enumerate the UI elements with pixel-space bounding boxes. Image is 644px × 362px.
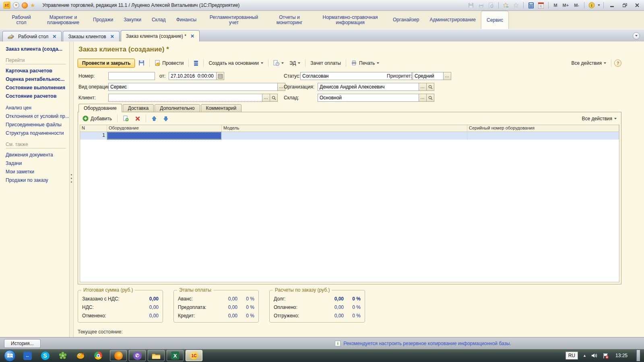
preview-icon[interactable] [487,2,495,9]
main-menu-button[interactable] [13,2,19,8]
date-input[interactable] [169,72,217,80]
cell-equipment-selected[interactable] [107,132,222,140]
reports-button[interactable] [271,59,286,67]
print-icon[interactable] [477,2,485,9]
post-button[interactable]: Провести [153,59,186,67]
client-search-button[interactable] [270,94,278,102]
backup-message[interactable]: Рекомендуется настроить резервное копиро… [343,341,511,346]
calculator-icon[interactable] [527,2,535,9]
save-icon[interactable] [467,2,475,9]
xnview-icon[interactable] [76,351,85,360]
tab-comment[interactable]: Комментарий [201,104,242,112]
tab-client-orders[interactable]: Заказы клиентов ✕ [63,31,119,41]
teamviewer-icon[interactable]: ↔ [23,351,32,360]
tab-desktop[interactable]: Рабочий стол ✕ [2,31,62,41]
client-select-button[interactable]: ... [262,94,270,102]
calendar-icon[interactable]: 31 [537,2,545,9]
save-button[interactable] [136,59,147,67]
history-button[interactable]: История... [4,339,41,348]
sidebar-item-settlement-card[interactable]: Карточка расчетов [6,67,67,75]
explorer-taskbar-button[interactable] [148,350,165,361]
cell-model[interactable] [222,132,467,140]
sidebar-item-sales-by-order[interactable]: Продажи по заказу [6,176,67,185]
movements-button[interactable] [192,60,200,67]
warehouse-select-button[interactable]: ... [419,94,427,102]
tab-delivery[interactable]: Доставка [123,104,154,112]
insert-row-button[interactable] [121,115,131,122]
memory-m-plus-button[interactable]: M+ [561,3,571,8]
print-button[interactable]: Печать [349,60,381,67]
warehouse-input[interactable] [318,94,419,102]
warehouse-search-button[interactable] [427,94,434,102]
tab-additional[interactable]: Дополнительно [155,104,200,112]
firefox-taskbar-button[interactable] [110,350,127,361]
tab-equipment[interactable]: Оборудование [78,104,122,112]
sidebar-doc-title[interactable]: Заказ клиента (созда... [6,46,67,52]
1c-taskbar-button[interactable]: 1С [186,350,202,361]
section-service[interactable]: Сервис [481,11,509,29]
tab-close-icon[interactable]: ✕ [190,33,194,39]
tab-client-order-new[interactable]: Заказ клиента (создание) * ✕ [121,30,200,41]
sidebar-item-attached-files[interactable]: Присоединенные файлы [6,121,67,129]
tab-list-button[interactable] [633,32,640,39]
sidebar-item-subordination[interactable]: Структура подчиненности [6,129,67,138]
all-actions-button[interactable]: Все действия [570,60,608,67]
memory-m-button[interactable]: M [552,3,559,8]
taskbar-clock[interactable]: 13:25 [615,353,627,358]
section-warehouse[interactable]: Склад [147,11,171,29]
section-reports[interactable]: Отчеты и мониторинг [266,11,313,29]
cell-serial[interactable] [467,132,619,140]
sidebar-item-deviations[interactable]: Отклонения от условий пр... [6,112,67,121]
delete-row-button[interactable] [133,115,142,122]
section-purchases[interactable]: Закупки [118,11,147,29]
start-button[interactable] [4,350,16,362]
action-center-flag-icon[interactable] [603,353,609,359]
language-indicator[interactable]: RU [566,352,578,360]
show-desktop-button[interactable] [636,350,640,361]
sidebar-splitter[interactable] [69,41,74,337]
operation-input[interactable] [108,83,278,91]
close-button[interactable] [632,2,642,9]
section-sales[interactable]: Продажи [88,11,118,29]
post-and-close-button[interactable]: Провести и закрыть [78,59,135,68]
priority-select-button[interactable]: ... [444,72,451,80]
skype-icon[interactable]: S [41,351,50,360]
sidebar-item-price-analysis[interactable]: Анализ цен [6,104,67,112]
create-based-button[interactable]: Создать на основании [206,60,265,67]
sidebar-item-profitability[interactable]: Оценка рентабельнос... [6,75,67,84]
grid-all-actions-button[interactable]: Все действия [580,115,619,122]
excel-taskbar-button[interactable]: X [167,350,184,361]
section-administration[interactable]: Администрирование [425,11,481,29]
volume-icon[interactable] [591,353,598,358]
col-header-serial[interactable]: Серийный номер оборудования [467,125,619,132]
col-header-model[interactable]: Модель [222,125,467,132]
help-button[interactable]: ? [614,60,621,67]
section-regulated[interactable]: Регламентированный учет [202,11,266,29]
info-icon[interactable]: i [588,2,596,9]
number-input[interactable] [108,72,155,80]
col-header-n[interactable]: N [80,125,107,132]
cell-n[interactable]: 1 [80,132,107,140]
tab-close-icon[interactable]: ✕ [52,34,56,39]
section-master-data[interactable]: Нормативно-справочная информация [313,11,388,29]
info-chevron-icon[interactable] [598,4,600,6]
payment-offset-button[interactable]: Зачет оплаты [308,60,343,67]
orange-circle-icon[interactable] [22,2,28,8]
sidebar-item-execution-state[interactable]: Состояние выполнения [6,84,67,92]
organization-select-button[interactable]: ... [419,83,427,91]
col-header-equipment[interactable]: Оборудование [107,125,222,132]
icq-icon[interactable] [58,351,67,360]
move-up-button[interactable] [149,115,159,122]
move-down-button[interactable] [161,115,171,122]
tray-expand-icon[interactable]: ▲ [583,354,586,358]
table-empty-area[interactable] [80,140,619,282]
organization-search-button[interactable] [427,83,434,91]
section-marketing[interactable]: Маркетинг и планирование [39,11,88,29]
sidebar-item-settlement-state[interactable]: Состояние расчетов [6,92,67,101]
date-calendar-button[interactable] [217,72,224,80]
priority-input[interactable] [413,72,444,80]
favorites-star-icon[interactable]: ★ [30,2,35,8]
sidebar-item-my-notes[interactable]: Мои заметки [6,168,67,176]
section-desktop[interactable]: Рабочий стол [4,11,39,29]
memory-m-minus-button[interactable]: M- [572,3,581,8]
